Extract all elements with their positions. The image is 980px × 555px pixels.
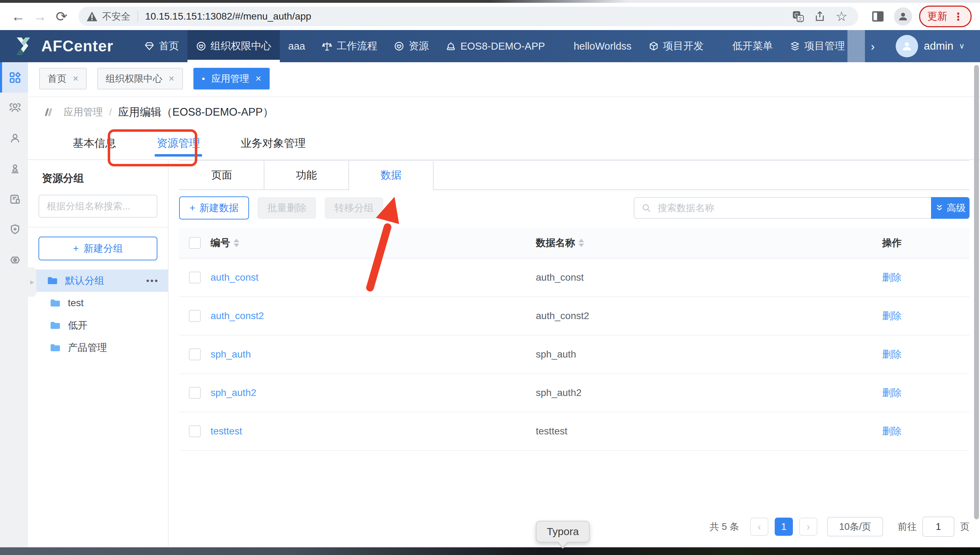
tab-basic-info[interactable]: 基本信息 [53, 127, 137, 159]
rail-item-user-groups[interactable] [0, 93, 28, 123]
tab-pages[interactable]: 页面 [179, 161, 264, 189]
nav-item-home[interactable]: 首页 [136, 30, 187, 62]
sort-icon[interactable] [578, 239, 584, 247]
page-tab-org-auth[interactable]: 组织权限中心 × [97, 68, 183, 90]
page-scrollbar[interactable] [974, 65, 979, 519]
sidebar-divider [28, 227, 168, 228]
data-toolbar: + 新建数据 批量删除 转移分组 高级 [179, 196, 969, 220]
delete-link[interactable]: 删除 [882, 271, 969, 284]
row-checkbox[interactable] [189, 271, 201, 284]
close-icon[interactable]: × [73, 73, 78, 84]
rail-item-user[interactable] [0, 123, 28, 154]
group-item-default[interactable]: 默认分组 ••• [28, 269, 168, 292]
delete-link[interactable]: 删除 [882, 425, 969, 438]
tab-data[interactable]: 数据 [349, 161, 434, 190]
rail-item-apps[interactable] [0, 62, 28, 93]
nav-item-lowcode-menu[interactable]: 低开菜单 [724, 30, 781, 62]
browser-profile-avatar[interactable] [894, 7, 912, 26]
more-dots-icon[interactable]: ••• [146, 275, 159, 286]
select-all-checkbox[interactable] [189, 237, 201, 249]
brand-name: AFCenter [41, 37, 113, 55]
close-icon[interactable]: × [255, 73, 261, 84]
close-icon[interactable]: × [169, 73, 174, 84]
page-tab-app-mgmt[interactable]: ● 应用管理 × [193, 68, 270, 90]
address-bar[interactable]: 不安全 10.15.15.151:13082/#/menu_auth/app G… [78, 6, 858, 26]
tab-resource-mgmt[interactable]: 资源管理 [137, 127, 220, 159]
user-name: admin [924, 40, 953, 53]
group-search-input[interactable] [46, 201, 150, 212]
sidebar-collapse-handle[interactable]: ▸ [28, 267, 36, 297]
browser-update-menu-button[interactable]: 更新 ⋮ [919, 6, 972, 27]
tab-business-object-mgmt[interactable]: 业务对象管理 [220, 127, 326, 159]
nav-scroll-strip [848, 30, 865, 62]
browser-reload-button[interactable]: ⟳ [52, 6, 71, 26]
share-icon[interactable] [811, 7, 829, 26]
browser-back-button[interactable]: ← [8, 6, 28, 26]
data-id-link[interactable]: auth_const2 [211, 310, 536, 322]
bookmark-star-icon[interactable]: ☆ [832, 7, 851, 26]
left-icon-rail [0, 62, 28, 547]
chevron-right-icon: › [871, 40, 875, 53]
delete-link[interactable]: 删除 [882, 348, 969, 361]
delete-link[interactable]: 删除 [882, 386, 969, 399]
url-text: 10.15.15.151:13082/#/menu_auth/app [145, 11, 785, 22]
folder-icon [50, 343, 61, 353]
row-checkbox[interactable] [189, 348, 201, 360]
nav-item-project-dev[interactable]: 项目开发 [640, 30, 712, 62]
browser-menu-dots-icon: ⋮ [953, 11, 964, 23]
data-id-link[interactable]: sph_auth2 [211, 387, 536, 398]
shield-plus-icon [9, 223, 21, 236]
next-page-button[interactable]: › [799, 518, 817, 536]
browser-forward-button[interactable]: → [30, 6, 50, 26]
group-item-test[interactable]: test [28, 292, 168, 314]
goto-page-input[interactable] [922, 517, 954, 537]
sort-icon[interactable] [233, 239, 239, 247]
nav-item-project-mgmt[interactable]: 项目管理 [781, 30, 848, 62]
delete-link[interactable]: 删除 [882, 309, 969, 322]
alarm-icon [446, 41, 456, 51]
afcenter-logo-icon [12, 35, 35, 58]
group-item-product-mgmt[interactable]: 产品管理 [28, 337, 168, 359]
desktop-top-strip [0, 0, 980, 3]
nav-item-aaa[interactable]: aaa [280, 30, 313, 62]
row-checkbox[interactable] [189, 387, 201, 399]
group-item-lowcode[interactable]: 低开 [28, 314, 168, 337]
prev-page-button[interactable]: ‹ [750, 518, 768, 536]
page-size-select[interactable]: 10条/页 [827, 517, 883, 536]
nav-item-resources[interactable]: 资源 [385, 30, 437, 62]
rail-item-shield-add[interactable] [0, 214, 28, 245]
brand-logo[interactable]: AFCenter [12, 30, 113, 62]
table-row: sph_auth2 sph_auth2 删除 [179, 374, 969, 412]
app-edit-tabs: 基本信息 资源管理 业务对象管理 [28, 127, 980, 160]
user-menu[interactable]: admin ∨ [880, 30, 980, 62]
row-checkbox[interactable] [189, 310, 201, 322]
nav-item-helloworldss[interactable]: helloWorldss [565, 30, 640, 62]
nav-item-org-auth-center[interactable]: 组织权限中心 [187, 30, 280, 62]
nav-overflow-button[interactable]: › [865, 30, 880, 62]
side-panel-icon[interactable] [869, 7, 887, 26]
nav-item-workflow[interactable]: 工作流程 [313, 30, 385, 62]
translate-icon[interactable]: G文 [789, 7, 807, 26]
sidebar-title: 资源分组 [42, 171, 168, 186]
nav-item-eos8-demo-app[interactable]: EOS8-DEMO-APP [437, 30, 553, 62]
batch-delete-button[interactable]: 批量删除 [257, 197, 316, 219]
new-group-button[interactable]: + 新建分组 [39, 237, 158, 260]
data-id-link[interactable]: testtest [211, 426, 536, 437]
breadcrumb-parent[interactable]: 应用管理 [64, 106, 103, 119]
rail-item-monitor-eye[interactable] [0, 245, 28, 275]
data-table: 编号 数据名称 操作 auth_const [179, 228, 969, 451]
tab-functions[interactable]: 功能 [264, 161, 349, 189]
advanced-search-button[interactable]: 高级 [931, 197, 969, 219]
rail-item-news-doc[interactable] [0, 184, 28, 214]
transfer-group-button[interactable]: 转移分组 [325, 197, 383, 219]
data-search: 高级 [634, 197, 969, 219]
row-checkbox[interactable] [189, 425, 201, 437]
page-tab-home[interactable]: 首页 × [39, 68, 87, 90]
new-data-button[interactable]: + 新建数据 [179, 196, 249, 220]
rail-item-role-seal[interactable] [0, 154, 28, 184]
data-search-input[interactable] [657, 202, 924, 214]
data-id-link[interactable]: sph_auth [211, 349, 536, 360]
current-page-button[interactable]: 1 [775, 518, 793, 536]
data-id-link[interactable]: auth_const [211, 272, 536, 283]
update-label: 更新 [927, 10, 948, 23]
